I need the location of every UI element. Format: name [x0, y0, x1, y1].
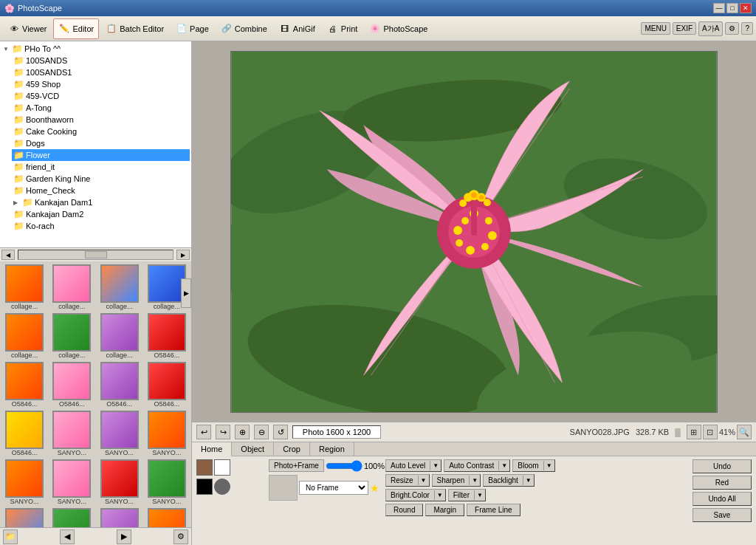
- sharpen-dropdown[interactable]: Sharpen ▼: [432, 474, 481, 487]
- backlight-label[interactable]: Backlight: [484, 475, 523, 486]
- tree-item[interactable]: 📁 459-VCD: [12, 90, 190, 102]
- list-item[interactable]: SANYO...: [1, 507, 47, 527]
- bright-color-arrow[interactable]: ▼: [434, 490, 445, 500]
- menu-combine[interactable]: 🔗 Combine: [216, 18, 272, 39]
- list-item[interactable]: collage...: [49, 312, 94, 360]
- undo-all-button[interactable]: Undo All: [693, 492, 752, 506]
- menu-print[interactable]: 🖨 Print: [322, 18, 363, 39]
- maximize-button[interactable]: □: [726, 3, 738, 13]
- auto-level-label[interactable]: Auto Level: [386, 460, 430, 471]
- auto-contrast-label[interactable]: Auto Contrast: [444, 460, 498, 471]
- settings-thumb-btn[interactable]: ⚙: [173, 529, 188, 544]
- list-item[interactable]: collage...: [1, 264, 47, 311]
- list-item[interactable]: SANYO...: [97, 507, 142, 527]
- tree-item[interactable]: ▶ 📁 Kankajan Dam1: [12, 196, 190, 208]
- resize-dropdown[interactable]: Resize ▼: [385, 474, 430, 487]
- scroll-right[interactable]: ▶: [176, 250, 190, 260]
- frame-dropdown[interactable]: No Frame Simple Frame Double Frame: [299, 481, 368, 495]
- list-item[interactable]: O5846...: [1, 410, 47, 457]
- tree-item[interactable]: 📁 Dogs: [12, 137, 190, 149]
- zoom-actual-btn[interactable]: ⊡: [703, 425, 718, 439]
- list-item[interactable]: O5846...: [49, 361, 94, 408]
- tree-item[interactable]: 📁 Cake Cooking: [12, 126, 190, 137]
- menu-btn[interactable]: MENU: [641, 22, 670, 35]
- list-item[interactable]: O5846...: [144, 312, 190, 360]
- list-item[interactable]: SANYO...: [49, 459, 94, 506]
- opacity-slider[interactable]: [326, 460, 362, 472]
- sharpen-label[interactable]: Sharpen: [433, 475, 470, 486]
- list-item[interactable]: O5846...: [144, 361, 190, 408]
- backlight-dropdown[interactable]: Backlight ▼: [483, 474, 535, 487]
- exif-btn[interactable]: EXIF: [673, 22, 696, 35]
- tree-item[interactable]: 📁 100SANDS1: [12, 66, 190, 78]
- sharpen-arrow[interactable]: ▼: [469, 476, 480, 485]
- list-item[interactable]: SANYO...: [49, 507, 94, 527]
- list-item[interactable]: O5846...: [1, 361, 47, 408]
- filter-arrow[interactable]: ▼: [474, 490, 485, 500]
- help-btn[interactable]: ?: [741, 22, 753, 35]
- list-item[interactable]: collage...: [1, 312, 47, 360]
- tab-crop[interactable]: Crop: [274, 442, 310, 456]
- list-item[interactable]: SANYO...: [49, 410, 94, 457]
- tree-item[interactable]: 📁 Ko-rach: [12, 220, 190, 232]
- menu-batch[interactable]: 📋 Batch Editor: [100, 18, 169, 39]
- zoom-fit-btn[interactable]: ⊞: [687, 425, 701, 439]
- color-swatch-black[interactable]: [196, 479, 213, 495]
- list-item[interactable]: SANYO...: [1, 459, 47, 506]
- auto-level-arrow[interactable]: ▼: [430, 461, 441, 470]
- undo-button[interactable]: Undo: [693, 459, 752, 473]
- scroll-left[interactable]: ◀: [1, 250, 15, 260]
- resize-arrow[interactable]: ▼: [418, 476, 429, 485]
- tab-region[interactable]: Region: [310, 442, 354, 456]
- rotate-btn[interactable]: ↺: [273, 425, 288, 439]
- auto-contrast-arrow[interactable]: ▼: [498, 461, 509, 470]
- save-button[interactable]: Save: [693, 508, 752, 522]
- auto-contrast-dropdown[interactable]: Auto Contrast ▼: [444, 459, 510, 472]
- photo-frame-btn[interactable]: Photo+Frame: [269, 459, 324, 472]
- menu-anigif[interactable]: 🎞 AniGif: [274, 18, 320, 39]
- panel-expand-btn[interactable]: ▶: [181, 278, 191, 308]
- filter-dropdown[interactable]: Filter ▼: [448, 489, 486, 501]
- bright-color-dropdown[interactable]: Bright.Color ▼: [385, 489, 446, 501]
- menu-photoscape[interactable]: 🌸 PhotoScape: [364, 18, 433, 39]
- redo-button[interactable]: Red: [693, 476, 752, 490]
- tree-item[interactable]: 📁 100SANDS: [12, 55, 190, 66]
- tree-item[interactable]: 📁 A-Tong: [12, 102, 190, 114]
- tree-item[interactable]: 📁 friend_it: [12, 161, 190, 173]
- auto-level-dropdown[interactable]: Auto Level ▼: [385, 459, 441, 472]
- close-button[interactable]: ✕: [740, 3, 752, 13]
- redo-history-btn[interactable]: ↪: [216, 425, 230, 439]
- list-item[interactable]: SANYO...: [144, 410, 190, 457]
- menu-viewer[interactable]: 👁 Viewer: [3, 18, 52, 39]
- frame-line-button[interactable]: Frame Line: [467, 504, 520, 516]
- prev-btn[interactable]: ◀: [60, 529, 75, 544]
- minimize-button[interactable]: —: [713, 3, 725, 13]
- round-button[interactable]: Round: [385, 504, 423, 516]
- tab-object[interactable]: Object: [232, 442, 274, 456]
- backlight-arrow[interactable]: ▼: [523, 476, 534, 485]
- bright-color-label[interactable]: Bright.Color: [386, 490, 434, 501]
- list-item[interactable]: SANYO...: [144, 459, 190, 506]
- color-swatch-brown[interactable]: [196, 459, 213, 476]
- menu-page[interactable]: 📄 Page: [171, 18, 214, 39]
- bloom-dropdown[interactable]: Bloom ▼: [512, 459, 554, 472]
- zoom-in-btn[interactable]: ⊕: [235, 425, 250, 439]
- tree-item[interactable]: 📁 Kankajan Dam2: [12, 208, 190, 220]
- list-item[interactable]: collage...: [49, 264, 94, 311]
- tree-view[interactable]: ▼ 📁 PHo To ^^ 📁 100SANDS 📁 100SANDS1 📁 4…: [0, 41, 191, 248]
- font-btn[interactable]: A가A: [698, 21, 723, 36]
- list-item[interactable]: collage...: [97, 312, 142, 360]
- zoom-custom-btn[interactable]: 🔍: [737, 425, 752, 439]
- add-folder-btn[interactable]: 📁: [3, 529, 18, 544]
- list-item[interactable]: SANYO...: [97, 459, 142, 506]
- thumbnail-grid[interactable]: collage... collage... collage... collage…: [0, 262, 191, 527]
- margin-button[interactable]: Margin: [425, 504, 464, 516]
- tree-item[interactable]: 📁 Garden King Nine: [12, 173, 190, 185]
- tree-item[interactable]: 📁 Boonthaworn: [12, 114, 190, 126]
- list-item[interactable]: SANYO...: [97, 410, 142, 457]
- undo-history-btn[interactable]: ↩: [196, 425, 211, 439]
- color-swatch-white[interactable]: [214, 459, 230, 476]
- tab-home[interactable]: Home: [192, 442, 232, 456]
- resize-label[interactable]: Resize: [386, 475, 418, 486]
- next-btn[interactable]: ▶: [117, 529, 131, 544]
